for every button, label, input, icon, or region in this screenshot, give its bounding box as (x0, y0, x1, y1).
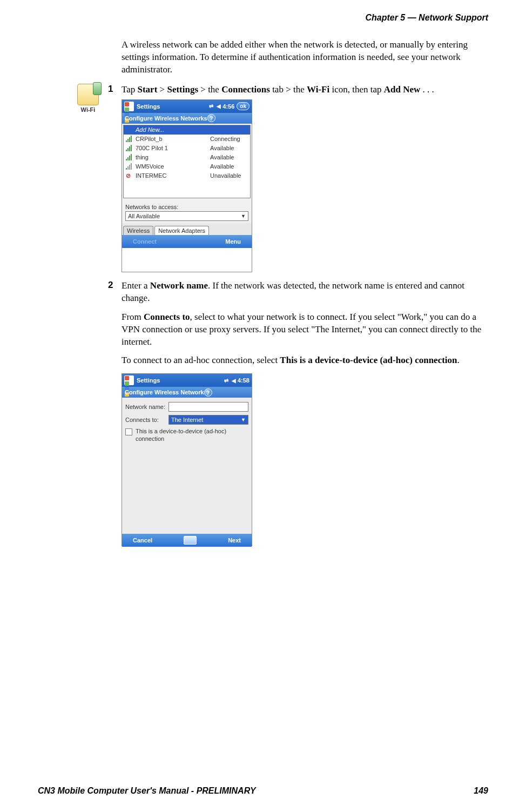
connect-button: Connect (133, 238, 157, 245)
network-list[interactable]: Add New... CRPilot_b Connecting 700C Pil… (123, 125, 251, 198)
window-title: Settings (137, 103, 160, 110)
signal-icon (126, 145, 133, 151)
tab-network-adapters[interactable]: Network Adapters (154, 226, 209, 235)
tab-wireless[interactable]: Wireless (123, 226, 153, 235)
titlebar: Settings ⇄ ◀ 4:58 (122, 374, 252, 387)
signal-icon (126, 154, 133, 160)
sub-title: Configure Wireless Network (125, 389, 204, 395)
clock: 4:56 (222, 103, 234, 110)
footer-manual-title: CN3 Mobile Computer User's Manual - PREL… (38, 786, 256, 796)
sub-title: Configure Wireless Networks (125, 115, 207, 122)
signal-icon (126, 136, 133, 142)
network-name-input[interactable] (168, 402, 248, 412)
page-number: 149 (474, 786, 488, 796)
step-1-text: Tap Start > Settings > the Connections t… (122, 84, 488, 96)
clock: 4:58 (238, 377, 249, 384)
volume-icon[interactable]: ◀ (232, 378, 236, 384)
step-number: 1 (108, 84, 113, 95)
sub-titlebar: Configure Wireless Networks ? (122, 113, 252, 124)
list-item-add-new[interactable]: Add New... (124, 125, 250, 135)
blank-icon (126, 126, 133, 133)
chapter-header: Chapter 5 — Network Support (38, 13, 488, 23)
chevron-down-icon: ▼ (241, 213, 246, 219)
adhoc-checkbox-label: This is a device-to-device (ad-hoc) conn… (136, 428, 248, 442)
access-label: Networks to access: (125, 204, 248, 210)
step-1: 1 Tap Start > Settings > the Connections… (122, 84, 488, 272)
connectivity-icon[interactable]: ⇄ (224, 378, 228, 384)
help-icon[interactable]: ? (204, 388, 212, 397)
help-icon[interactable]: ? (207, 114, 215, 122)
list-item[interactable]: CRPilot_b Connecting (124, 135, 250, 144)
cancel-button[interactable]: Cancel (133, 537, 152, 543)
network-name-label: Network name: (125, 404, 168, 410)
start-icon[interactable] (124, 375, 134, 385)
list-item[interactable]: ⊘ INTERMEC Unavailable (124, 171, 250, 180)
chevron-down-icon: ▼ (241, 417, 246, 422)
wifi-margin-icon: Wi-Fi (75, 84, 102, 113)
volume-icon[interactable]: ◀ (217, 103, 221, 109)
next-button[interactable]: Next (228, 537, 241, 543)
tab-strip: Wireless Network Adapters (122, 223, 252, 235)
ok-button[interactable]: ok (237, 102, 249, 110)
start-icon[interactable] (124, 102, 134, 111)
step-number: 2 (108, 280, 113, 291)
connects-to-dropdown[interactable]: The Internet ▼ (168, 415, 248, 425)
screenshot-configure-network: Settings ⇄ ◀ 4:58 Configure Wireless Net… (122, 373, 252, 546)
keyboard-icon[interactable] (184, 536, 197, 545)
connects-to-label: Connects to: (125, 417, 168, 423)
softkey-bar: Connect Menu (122, 235, 252, 248)
intro-paragraph: A wireless network can be added either w… (122, 39, 488, 76)
step-2: 2 Enter a Network name. If the network w… (122, 280, 488, 547)
window-title: Settings (137, 377, 160, 384)
pda-icon (77, 84, 99, 105)
step-2-p2: From Connects to, select to what your ne… (122, 311, 488, 348)
adhoc-checkbox[interactable] (125, 428, 132, 435)
sub-titlebar: Configure Wireless Network ? (122, 387, 252, 398)
list-item[interactable]: thing Available (124, 153, 250, 162)
page-footer: CN3 Mobile Computer User's Manual - PREL… (38, 786, 488, 796)
softkey-bar: Cancel Next (122, 534, 252, 547)
unavailable-icon: ⊘ (126, 172, 133, 179)
step-2-p1: Enter a Network name. If the network was… (122, 280, 488, 305)
menu-button[interactable]: Menu (225, 238, 241, 245)
connectivity-icon[interactable]: ⇄ (209, 103, 213, 109)
list-item[interactable]: 700C Pilot 1 Available (124, 144, 250, 153)
access-dropdown[interactable]: All Available ▼ (125, 211, 248, 221)
list-item[interactable]: WM5Voice Available (124, 162, 250, 171)
wifi-icon-label: Wi-Fi (75, 106, 102, 113)
screenshot-wireless-networks: Settings ⇄ ◀ 4:56 ok Configure Wireless … (122, 99, 252, 272)
titlebar: Settings ⇄ ◀ 4:56 ok (122, 100, 252, 113)
signal-icon (126, 163, 133, 170)
step-2-p3: To connect to an ad-hoc connection, sele… (122, 354, 488, 367)
